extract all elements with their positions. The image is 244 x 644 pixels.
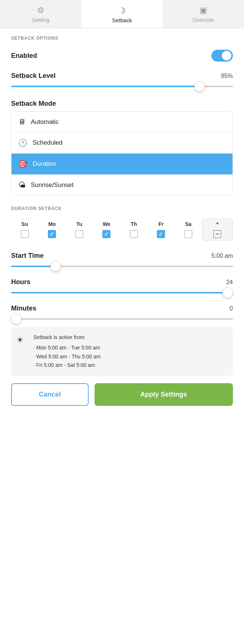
info-line-2: · Wed 5:00 am - Thu 5:00 am	[33, 352, 227, 361]
override-icon: ▣	[200, 6, 207, 15]
day-selector: Su Mo Tu We Th	[11, 218, 233, 241]
duration-section: Su Mo Tu We Th	[0, 218, 244, 376]
hours-label: Hours	[11, 278, 30, 286]
minutes-label: Minutes	[11, 305, 36, 312]
wildcard-label: *	[217, 221, 218, 227]
start-time-value: 5:00 am	[211, 253, 233, 259]
minutes-track[interactable]	[11, 318, 233, 320]
day-su-label: Su	[22, 221, 28, 227]
day-sa: Sa	[175, 221, 202, 238]
setback-mode-label: Setback Mode	[11, 100, 56, 108]
wildcard-checkbox[interactable]	[213, 230, 221, 238]
setback-level-track	[11, 86, 233, 87]
day-sa-checkbox[interactable]	[184, 230, 192, 238]
info-title: Setback is active from:	[33, 333, 227, 342]
tab-setback[interactable]: ☽ Setback	[81, 0, 162, 28]
day-fr-label: Fr	[158, 221, 164, 227]
footer-buttons: Cancel Apply Settings	[0, 376, 244, 413]
hours-thumb[interactable]	[222, 288, 233, 298]
minutes-value: 0	[230, 305, 233, 312]
tab-override[interactable]: ▣ Override	[163, 0, 244, 28]
setback-level-label: Setback Level	[11, 72, 56, 80]
content-area: SETBACK OPTIONS Enabled Setback Level 85…	[0, 28, 244, 644]
sunrise-icon: 🌤	[18, 181, 26, 189]
day-mo-checkbox[interactable]	[48, 230, 56, 238]
day-mo: Mo	[39, 221, 66, 238]
mode-automatic-label: Automatic	[31, 118, 59, 126]
start-time-track[interactable]	[11, 266, 233, 267]
setback-level-row: Setback Level 85%	[0, 67, 244, 82]
day-th: Th	[120, 221, 148, 238]
scheduled-icon: 🕐	[18, 138, 27, 147]
start-time-row: Start Time 5:00 am	[11, 248, 233, 262]
tab-setting-label: Setting	[32, 17, 49, 23]
start-time-label: Start Time	[11, 252, 44, 260]
setback-level-slider-container[interactable]	[0, 86, 244, 95]
mode-sunrise-sunset[interactable]: 🌤 Sunrise/Sunset	[11, 175, 233, 195]
setback-level-thumb[interactable]	[194, 81, 205, 92]
tab-override-label: Override	[193, 17, 214, 23]
app-container: ⚙ Setting ☽ Setback ▣ Override SETBACK O…	[0, 0, 244, 644]
tab-setback-label: Setback	[112, 17, 132, 23]
setback-mode-row: Setback Mode	[0, 95, 244, 111]
hours-value: 24	[226, 279, 233, 286]
setback-level-value: 85%	[221, 73, 233, 79]
day-we-checkbox[interactable]	[102, 230, 111, 238]
automatic-icon: 🖥	[18, 118, 26, 126]
hours-track[interactable]	[11, 292, 233, 293]
info-sun-icon: ☀	[16, 333, 24, 347]
start-time-unfilled	[56, 266, 233, 267]
minutes-thumb[interactable]	[11, 314, 22, 324]
apply-button[interactable]: Apply Settings	[95, 383, 233, 406]
day-tu-checkbox[interactable]	[75, 230, 83, 238]
minutes-row: Minutes 0	[11, 301, 233, 315]
setting-icon: ⚙	[37, 6, 44, 15]
start-time-thumb[interactable]	[50, 261, 61, 272]
mode-scheduled-label: Scheduled	[33, 139, 62, 147]
hours-row: Hours 24	[11, 275, 233, 288]
duration-setback-header: DURATION SETBACK	[0, 196, 244, 215]
mode-scheduled[interactable]: 🕐 Scheduled	[11, 132, 233, 154]
tab-setting[interactable]: ⚙ Setting	[0, 0, 81, 28]
day-mo-label: Mo	[48, 221, 56, 227]
setback-options-header: SETBACK OPTIONS	[0, 28, 244, 45]
info-line-3: · Fri 5:00 am - Sat 5:00 am	[33, 361, 227, 370]
enabled-label: Enabled	[11, 52, 37, 60]
day-wildcard: *	[202, 218, 233, 241]
mode-duration[interactable]: 🎯 Duration	[11, 154, 233, 175]
day-sa-label: Sa	[185, 221, 191, 227]
day-su: Su	[11, 221, 39, 238]
tab-bar: ⚙ Setting ☽ Setback ▣ Override	[0, 0, 244, 28]
info-line-1: · Mon 5:00 am - Tue 5:00 am	[33, 344, 227, 352]
mode-duration-label: Duration	[33, 160, 56, 168]
day-we-label: We	[103, 221, 111, 227]
day-we: We	[93, 221, 121, 238]
setback-icon: ☽	[118, 6, 126, 16]
day-tu-label: Tu	[76, 221, 82, 227]
mode-sunrise-sunset-label: Sunrise/Sunset	[31, 181, 73, 189]
day-tu: Tu	[66, 221, 93, 238]
mode-automatic[interactable]: 🖥 Automatic	[11, 112, 233, 132]
day-fr: Fr	[148, 221, 175, 238]
enabled-row: Enabled	[0, 45, 244, 67]
duration-icon: 🎯	[18, 160, 27, 168]
day-th-checkbox[interactable]	[130, 230, 138, 238]
mode-list: 🖥 Automatic 🕐 Scheduled 🎯 Duration 🌤 Sun…	[11, 111, 233, 196]
day-th-label: Th	[131, 221, 137, 227]
day-fr-checkbox[interactable]	[157, 230, 165, 238]
day-su-checkbox[interactable]	[21, 230, 29, 238]
enabled-toggle[interactable]	[211, 50, 233, 62]
cancel-button[interactable]: Cancel	[11, 383, 89, 406]
info-box: ☀ Setback is active from: · Mon 5:00 am …	[11, 327, 233, 376]
